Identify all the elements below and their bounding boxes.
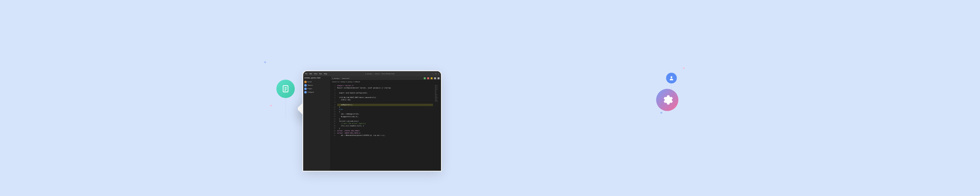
step-icon[interactable]: [434, 77, 436, 79]
tab-file-1[interactable]: k_startup.c: [332, 77, 340, 79]
sidebar-title: KERNEL-QUICK-VIEW: [304, 77, 329, 79]
menu-view[interactable]: View: [314, 73, 317, 75]
bug-icon[interactable]: [427, 77, 429, 79]
menu-edit[interactable]: Edit: [309, 73, 312, 75]
breadcrumb[interactable]: kernel > src > startup > k_startup.c > i…: [331, 80, 441, 83]
sidebar-item-configure[interactable]: Configure: [304, 90, 329, 94]
more-icon[interactable]: [438, 77, 439, 79]
sidebar-item-kernel[interactable]: kernel: [304, 80, 329, 83]
titlebar: File Edit View Run Help k_startup.c — ke…: [303, 71, 441, 76]
decor-dot: [270, 105, 272, 106]
debug-toolbar: [424, 77, 439, 79]
decor-line: [671, 83, 671, 90]
tabbar: k_startup.c board.conf: [331, 76, 441, 80]
ide-window: File Edit View Run Help k_startup.c — ke…: [303, 71, 441, 171]
gear-icon: [656, 89, 678, 111]
sidebar-item-label: kernel: [307, 81, 312, 83]
document-icon: [276, 80, 295, 98]
sidebar: KERNEL-QUICK-VIEW kernelOptionsProjectCo…: [303, 76, 331, 171]
menu-file[interactable]: File: [305, 73, 307, 75]
maximize-icon[interactable]: □: [435, 73, 436, 75]
minimap[interactable]: [434, 83, 441, 171]
menu-bar: File Edit View Run Help: [305, 73, 327, 75]
code-editor[interactable]: #import "kernel.h"Result initBoard(Kerne…: [336, 83, 434, 171]
window-title: k_startup.c — kernel — Visual Studio Cod…: [365, 73, 395, 75]
decor-dot: [683, 67, 684, 69]
svg-point-4: [671, 76, 673, 78]
sidebar-item-label: Configure: [307, 91, 314, 93]
user-icon: [666, 73, 677, 83]
gear-icon: [304, 84, 307, 87]
decor-dot: [660, 112, 662, 114]
minimize-icon[interactable]: –: [433, 73, 433, 75]
sidebar-item-label: Options: [307, 84, 313, 86]
info-icon: [304, 88, 307, 90]
line-gutter: 12345678910111213141516171819202122: [331, 83, 336, 171]
decor-dot: [264, 61, 266, 63]
stop-icon[interactable]: [431, 77, 433, 79]
close-icon[interactable]: ×: [438, 73, 439, 75]
play-icon[interactable]: [424, 77, 426, 79]
gear-icon: [304, 91, 307, 93]
tab-file-2[interactable]: board.conf: [342, 77, 350, 79]
sidebar-item-options[interactable]: Options: [304, 83, 329, 87]
sidebar-item-project[interactable]: Project: [304, 87, 329, 90]
menu-help[interactable]: Help: [324, 73, 327, 75]
sidebar-item-label: Project: [307, 88, 312, 90]
menu-run[interactable]: Run: [319, 73, 322, 75]
window-controls: – □ ×: [433, 73, 439, 75]
folder-icon: [304, 81, 307, 83]
